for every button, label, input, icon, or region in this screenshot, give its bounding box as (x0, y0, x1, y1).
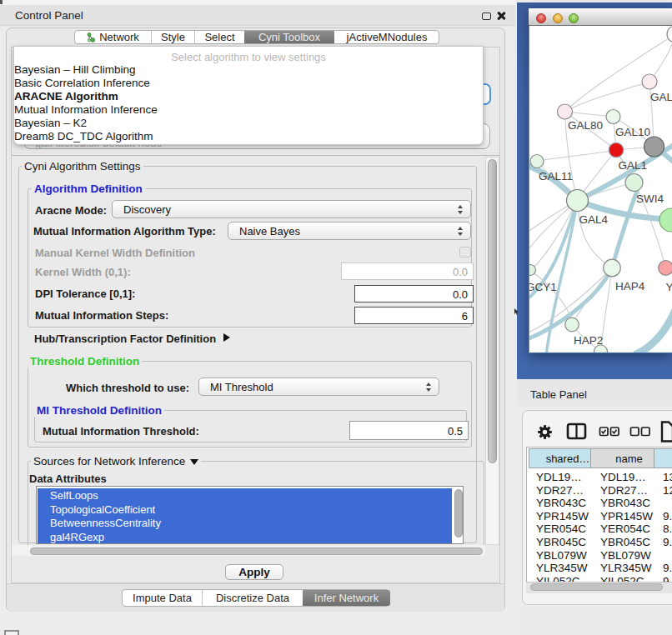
svg-text:GAL4: GAL4 (579, 213, 609, 226)
svg-text:GAL2: GAL2 (650, 91, 672, 103)
svg-text:GAL11: GAL11 (539, 170, 573, 182)
svg-text:GAL10: GAL10 (615, 126, 650, 138)
svg-text:YJ: YJ (666, 281, 672, 293)
svg-text:SWI4: SWI4 (636, 192, 664, 205)
svg-text:HAP4: HAP4 (615, 280, 645, 292)
svg-text:GAL1: GAL1 (619, 159, 648, 172)
svg-text:HAP2: HAP2 (574, 334, 603, 347)
svg-text:GCY1: GCY1 (529, 281, 557, 293)
svg-text:GAL80: GAL80 (568, 119, 603, 132)
